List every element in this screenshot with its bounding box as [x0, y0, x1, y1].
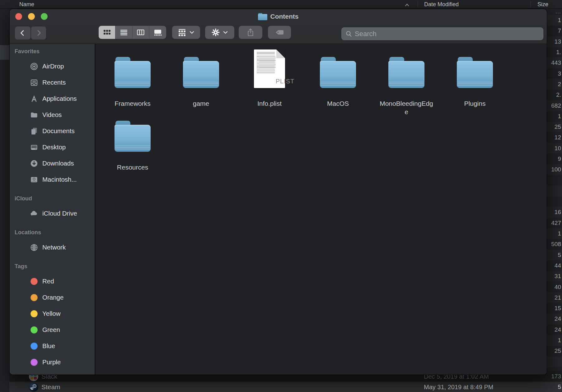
sidebar-item-videos[interactable]: Videos	[10, 107, 95, 123]
tag-color-dot	[30, 309, 38, 318]
background-list-column-headers: Name Date Modified Size	[0, 0, 562, 9]
gallery-view-button[interactable]	[149, 26, 166, 39]
sidebar-item-blue[interactable]: Blue	[10, 338, 95, 354]
sidebar-item-label: Documents	[42, 127, 75, 135]
sidebar-item-macintosh[interactable]: Macintosh...	[10, 171, 95, 188]
window-title: Contents	[10, 12, 547, 21]
bg-size-cell: 1	[547, 15, 562, 26]
folder-icon[interactable]	[320, 57, 356, 88]
sidebar-section-header: Favorites	[10, 48, 95, 56]
file-frameworks[interactable]: Frameworks	[98, 47, 167, 108]
bg-size-cell: 12	[547, 132, 562, 143]
background-window-left-edge	[0, 0, 9, 392]
file-info-plist[interactable]: PLIST Info.plist	[235, 47, 304, 108]
column-divider[interactable]	[531, 1, 531, 7]
tag-icon	[275, 29, 284, 36]
file-resources[interactable]: Resources	[98, 111, 167, 171]
file-macos[interactable]: MacOS	[304, 47, 372, 108]
action-menu-button[interactable]	[205, 26, 234, 39]
cloud-icon	[30, 209, 38, 218]
bg-row-steam[interactable]: Steam May 31, 2019 at 8:49 PM 5	[9, 382, 562, 392]
column-view-button[interactable]	[133, 26, 149, 39]
sidebar-item-desktop[interactable]: Desktop	[10, 139, 95, 155]
sidebar-item-label: Desktop	[42, 143, 66, 151]
folder-icon[interactable]	[388, 57, 424, 88]
sidebar: Favorites AirDrop Recents Applications V…	[10, 44, 95, 375]
globe-icon	[30, 243, 38, 252]
folder-icon[interactable]	[115, 57, 151, 88]
bg-size-column: …17131.443322.68212512109100164271508544…	[547, 9, 562, 392]
chevron-down-icon	[223, 30, 228, 35]
sidebar-item-green[interactable]: Green	[10, 322, 95, 338]
sidebar-item-label: Red	[42, 278, 54, 285]
bg-size-cell: 1.	[547, 47, 562, 58]
sidebar-item-applications[interactable]: Applications	[10, 91, 95, 107]
folder-icon[interactable]	[115, 121, 151, 152]
file-game[interactable]: game	[167, 47, 235, 108]
file-size: 173	[547, 373, 562, 380]
titlebar-toolbar[interactable]: Contents	[10, 9, 547, 44]
folder-proxy-icon[interactable]	[258, 13, 267, 20]
bg-size-cell: 1	[547, 111, 562, 122]
back-button[interactable]	[15, 26, 30, 40]
bg-size-cell: 15	[547, 303, 562, 314]
sidebar-item-orange[interactable]: Orange	[10, 289, 95, 306]
bg-size-cell: 21	[547, 292, 562, 303]
plist-file-icon[interactable]: PLIST	[254, 49, 285, 88]
share-button[interactable]	[239, 26, 262, 39]
group-by-button[interactable]	[172, 26, 200, 39]
steam-app-icon	[29, 382, 38, 392]
sidebar-item-purple[interactable]: Purple	[10, 354, 95, 370]
sidebar-item-label: iCloud Drive	[42, 210, 77, 217]
background-sidebar-selected-row[interactable]	[0, 45, 9, 60]
chevron-down-icon	[189, 30, 194, 35]
column-header-name[interactable]: Name	[19, 1, 34, 8]
column-header-date-modified[interactable]: Date Modified	[424, 1, 459, 8]
search-field[interactable]	[341, 27, 543, 40]
bg-size-cell: 443	[547, 58, 562, 68]
file-label: MonoBleedingEdge	[379, 99, 434, 116]
column-header-size[interactable]: Size	[537, 1, 548, 8]
downloads-icon	[30, 159, 38, 168]
sidebar-item-recents[interactable]: Recents	[10, 74, 95, 91]
sidebar-item-downloads[interactable]: Downloads	[10, 155, 95, 171]
bg-size-cell: 1	[547, 335, 562, 346]
sort-ascending-icon[interactable]	[405, 2, 410, 8]
sidebar-item-label: Recents	[42, 79, 66, 86]
file-size: 5	[547, 384, 562, 390]
sidebar-item-red[interactable]: Red	[10, 273, 95, 289]
sidebar-item-icloud-drive[interactable]: iCloud Drive	[10, 205, 95, 222]
sidebar-item-airdrop[interactable]: AirDrop	[10, 58, 95, 74]
search-input[interactable]	[355, 30, 539, 38]
bg-size-cell	[547, 186, 562, 196]
bg-size-cell	[547, 196, 562, 207]
sidebar-item-documents[interactable]: Documents	[10, 123, 95, 139]
bg-size-cell: 2	[547, 79, 562, 90]
folder-icon[interactable]	[457, 57, 493, 88]
bg-size-cell: 100	[547, 164, 562, 175]
sidebar-section-header: Locations	[10, 229, 95, 237]
icon-view-button[interactable]	[99, 26, 115, 39]
sidebar-item-network[interactable]: Network	[10, 239, 95, 255]
bg-size-cell: 1	[547, 228, 562, 239]
folder-icon[interactable]	[183, 57, 219, 88]
sidebar-section-header: Tags	[10, 263, 95, 271]
tags-button[interactable]	[268, 26, 291, 39]
file-plugins[interactable]: Plugins	[441, 47, 509, 108]
file-monobleedingedge[interactable]: MonoBleedingEdge	[372, 47, 441, 116]
sidebar-item-label: Network	[42, 244, 66, 251]
bg-size-cell: 25	[547, 346, 562, 356]
hard-drive-icon	[30, 175, 38, 184]
sidebar-item-label: Green	[42, 326, 60, 334]
bg-size-cell	[547, 357, 562, 367]
column-divider[interactable]	[418, 1, 418, 7]
file-label: MacOS	[327, 99, 349, 108]
forward-button[interactable]	[31, 26, 46, 40]
sidebar-item-yellow[interactable]: Yellow	[10, 306, 95, 322]
sidebar-item-label: Macintosh...	[42, 176, 77, 183]
bg-size-cell: 44	[547, 260, 562, 271]
bg-size-cell: 508	[547, 239, 562, 250]
list-view-button[interactable]	[115, 26, 132, 39]
bg-size-cell: 24	[547, 314, 562, 324]
file-icon-grid[interactable]: Frameworks game PLIST Info.plist MacOS M…	[96, 44, 547, 375]
